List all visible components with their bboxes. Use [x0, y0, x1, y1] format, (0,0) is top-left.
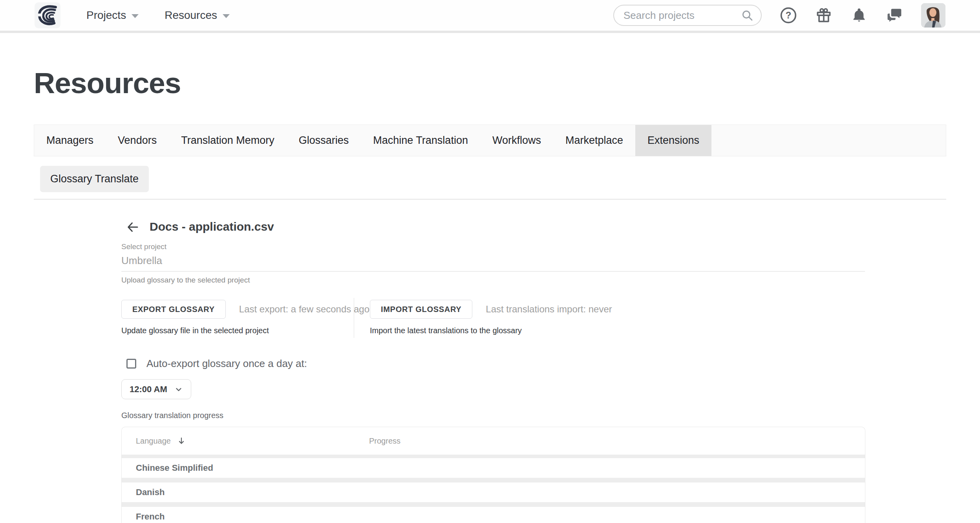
column-header-language[interactable]: Language — [122, 437, 186, 446]
chevron-down-icon — [223, 14, 230, 18]
svg-text:?: ? — [786, 10, 792, 20]
whats-new-button[interactable] — [815, 7, 832, 24]
tab-vendors[interactable]: Vendors — [106, 125, 169, 156]
resources-tabstrip: Managers Vendors Translation Memory Glos… — [34, 125, 946, 156]
import-glossary-button[interactable]: IMPORT GLOSSARY — [370, 300, 472, 319]
app-logo[interactable] — [35, 2, 60, 28]
project-select-help: Upload glossary to the selected project — [121, 276, 250, 284]
column-header-progress: Progress — [369, 437, 400, 446]
back-arrow-icon — [126, 220, 140, 234]
app-window: Projects Resources ? — [0, 0, 980, 523]
tab-glossaries[interactable]: Glossaries — [287, 125, 361, 156]
table-row[interactable]: Chinese Simplified — [122, 458, 865, 478]
auto-export-checkbox[interactable] — [126, 359, 136, 369]
language-cell: Chinese Simplified — [122, 463, 213, 473]
project-select[interactable]: Umbrella — [121, 255, 162, 267]
export-glossary-button[interactable]: EXPORT GLOSSARY — [121, 300, 226, 319]
auto-export-label: Auto-export glossary once a day at: — [146, 358, 307, 370]
nav-menu-projects[interactable]: Projects — [86, 9, 139, 22]
notifications-bell-icon — [851, 7, 867, 24]
nav-resources-label: Resources — [165, 9, 217, 22]
sort-descending-arrow-icon — [177, 437, 186, 445]
progress-bar-track — [369, 513, 852, 520]
subtab-glossary-translate[interactable]: Glossary Translate — [40, 166, 149, 192]
avatar[interactable] — [921, 3, 945, 28]
top-navigation-bar: Projects Resources ? — [0, 0, 980, 33]
export-row: EXPORT GLOSSARY Last export: a few secon… — [121, 300, 369, 319]
chevron-down-icon — [174, 385, 183, 394]
progress-bar-track — [369, 489, 852, 496]
nav-projects-label: Projects — [86, 9, 126, 22]
tab-managers[interactable]: Managers — [34, 125, 106, 156]
topbar-right-group: ? — [613, 3, 945, 28]
notifications-button[interactable] — [850, 7, 868, 24]
progress-bar-track — [369, 464, 852, 472]
progress-section-title: Glossary translation progress — [121, 411, 223, 420]
search-box[interactable] — [613, 5, 762, 26]
last-import-status: Last translations import: never — [486, 304, 612, 315]
search-icon[interactable] — [740, 9, 754, 22]
auto-export-row: Auto-export glossary once a day at: — [126, 358, 307, 370]
last-export-status: Last export: a few seconds ago — [239, 304, 369, 315]
select-project-label: Select project — [121, 242, 166, 251]
tab-marketplace[interactable]: Marketplace — [553, 125, 635, 156]
export-help-text: Update glossary file in the selected pro… — [121, 326, 269, 335]
page-title: Resources — [34, 66, 181, 100]
row-divider — [122, 502, 865, 507]
tab-translation-memory[interactable]: Translation Memory — [169, 125, 287, 156]
search-input[interactable] — [623, 9, 740, 22]
import-help-text: Import the latest translations to the gl… — [370, 326, 522, 335]
nav-menu-resources[interactable]: Resources — [165, 9, 230, 22]
document-title: Docs - application.csv — [150, 220, 274, 233]
logo-swirl-icon — [36, 4, 59, 27]
import-row: IMPORT GLOSSARY Last translations import… — [370, 300, 612, 319]
help-icon: ? — [780, 7, 797, 24]
back-button[interactable] — [124, 218, 141, 236]
chevron-down-icon — [132, 14, 139, 18]
subtab-label: Glossary Translate — [50, 173, 139, 185]
tab-workflows[interactable]: Workflows — [480, 125, 553, 156]
language-column-label: Language — [136, 437, 171, 446]
table-row[interactable]: Danish — [122, 483, 865, 502]
time-select[interactable]: 12:00 AM — [121, 379, 191, 399]
row-divider — [122, 478, 865, 483]
progress-table: Language Progress Chinese Simplified — [121, 427, 865, 523]
language-cell: French — [122, 512, 165, 522]
section-divider — [34, 199, 946, 200]
project-select-underline — [121, 271, 865, 272]
time-select-value: 12:00 AM — [130, 384, 167, 395]
table-header-row: Language Progress — [122, 427, 865, 455]
chat-icon — [886, 7, 903, 24]
language-cell: Danish — [122, 487, 165, 497]
tab-extensions[interactable]: Extensions — [635, 125, 711, 156]
gift-icon — [815, 7, 832, 24]
table-row[interactable]: French — [122, 507, 865, 523]
tab-machine-translation[interactable]: Machine Translation — [361, 125, 480, 156]
row-divider — [122, 455, 865, 458]
help-button[interactable]: ? — [780, 7, 797, 24]
messages-button[interactable] — [886, 7, 903, 24]
